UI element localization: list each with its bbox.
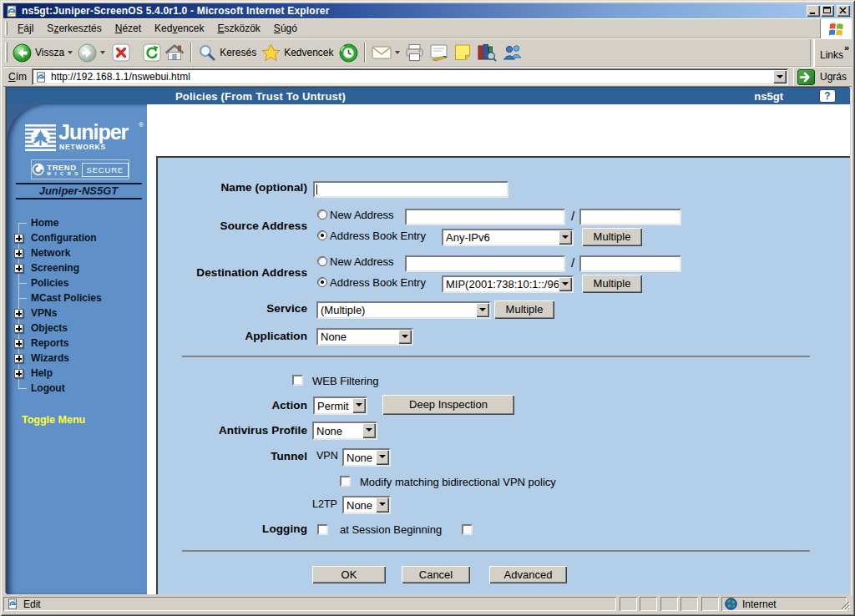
- antivirus-select[interactable]: None: [312, 422, 377, 440]
- address-input[interactable]: http://192.168.1.1/nswebui.html: [32, 68, 788, 85]
- sidebar-item-vpns[interactable]: VPNs: [7, 305, 147, 321]
- select-dropdown-icon[interactable]: [362, 423, 376, 438]
- modify-bidirectional-checkbox[interactable]: [340, 476, 351, 487]
- expand-plus-icon[interactable]: [14, 339, 23, 348]
- source-address-book-radio[interactable]: [317, 230, 327, 240]
- name-input[interactable]: [313, 181, 508, 198]
- sidebar-item-home[interactable]: Home: [7, 215, 147, 230]
- back-button[interactable]: Vissza: [10, 42, 75, 64]
- select-dropdown-icon[interactable]: [476, 303, 489, 317]
- sidebar-item-screening[interactable]: Screening: [7, 260, 147, 275]
- application-select[interactable]: None: [316, 328, 413, 346]
- home-button[interactable]: [162, 42, 187, 63]
- resize-grip[interactable]: [838, 598, 851, 611]
- service-select[interactable]: (Multiple): [316, 301, 491, 319]
- mail-button[interactable]: [369, 43, 402, 63]
- source-multiple-button[interactable]: Multiple: [582, 228, 642, 246]
- forward-button[interactable]: [75, 42, 108, 64]
- sidebar-item-wizards[interactable]: Wizards: [7, 351, 147, 366]
- go-label[interactable]: Ugrás: [820, 71, 847, 83]
- expand-plus-icon[interactable]: [14, 234, 23, 243]
- destination-address-book-select[interactable]: MIP(2001:738:10:1::/96): [442, 275, 574, 293]
- expand-plus-icon[interactable]: [14, 324, 23, 333]
- expand-plus-icon[interactable]: [14, 264, 23, 273]
- source-new-address-radio[interactable]: [317, 210, 327, 220]
- vpn-select[interactable]: None: [342, 448, 391, 467]
- source-new-address-radio-label[interactable]: New Address: [330, 209, 394, 221]
- history-button[interactable]: [336, 42, 361, 64]
- sidebar-item-help[interactable]: Help: [7, 366, 147, 381]
- menu-edit[interactable]: Szerkesztés: [40, 20, 108, 38]
- sidebar-item-mcast-policies[interactable]: MCast Policies: [7, 290, 147, 305]
- l2tp-select[interactable]: None: [342, 496, 391, 514]
- expand-plus-icon[interactable]: [14, 249, 23, 258]
- sidebar: Juniper ® NETWORKS TREND M I C R O SECUR…: [7, 104, 147, 594]
- advanced-button[interactable]: Advanced: [489, 566, 567, 583]
- maximize-button[interactable]: [821, 5, 834, 17]
- service-multiple-button[interactable]: Multiple: [494, 300, 554, 319]
- web-filtering-checkbox[interactable]: [292, 375, 303, 386]
- select-dropdown-icon[interactable]: [559, 230, 572, 245]
- messenger-button[interactable]: [499, 42, 525, 63]
- expand-plus-icon[interactable]: [14, 369, 23, 378]
- sidebar-item-objects[interactable]: Objects: [7, 321, 147, 336]
- help-button[interactable]: ?: [819, 89, 836, 103]
- forward-dropdown-icon[interactable]: [100, 51, 105, 54]
- stop-button[interactable]: [109, 42, 133, 63]
- source-address-book-select[interactable]: Any-IPv6: [442, 229, 574, 246]
- sidebar-item-policies[interactable]: Policies: [7, 275, 147, 290]
- expand-plus-icon[interactable]: [14, 354, 23, 363]
- favorites-button[interactable]: Kedvencek: [259, 42, 336, 63]
- close-button[interactable]: [837, 5, 850, 17]
- menu-favorites[interactable]: Kedvencek: [148, 20, 210, 38]
- print-button[interactable]: [402, 42, 427, 63]
- logging-checkbox[interactable]: [317, 524, 328, 535]
- refresh-button[interactable]: [140, 42, 164, 63]
- session-beginning-checkbox[interactable]: [462, 524, 473, 535]
- mail-dropdown-icon[interactable]: [395, 51, 400, 54]
- destination-multiple-button[interactable]: Multiple: [582, 275, 642, 293]
- destination-address-book-radio-label[interactable]: Address Book Entry: [330, 276, 426, 289]
- modify-bidirectional-label[interactable]: Modify matching bidirectional VPN policy: [360, 476, 556, 488]
- expand-plus-icon[interactable]: [14, 309, 23, 318]
- destination-address-book-radio[interactable]: [317, 277, 327, 287]
- session-beginning-label[interactable]: at Session Beginning: [340, 523, 442, 536]
- destination-new-address-radio[interactable]: [317, 256, 327, 266]
- toggle-menu-link[interactable]: Toggle Menu: [22, 414, 85, 426]
- back-dropdown-icon[interactable]: [68, 51, 73, 54]
- menu-view[interactable]: Nézet: [109, 20, 148, 38]
- destination-new-address-input[interactable]: [405, 255, 565, 272]
- menu-tools[interactable]: Eszközök: [210, 20, 266, 38]
- select-dropdown-icon[interactable]: [352, 398, 366, 413]
- sidebar-item-logout[interactable]: Logout: [7, 381, 147, 396]
- destination-netmask-input[interactable]: [579, 255, 681, 272]
- edit-button[interactable]: [427, 42, 451, 63]
- sidebar-item-reports[interactable]: Reports: [7, 336, 147, 351]
- select-dropdown-icon[interactable]: [376, 450, 389, 465]
- go-button[interactable]: [797, 69, 815, 85]
- address-dropdown-button[interactable]: [773, 70, 787, 83]
- source-address-book-radio-label[interactable]: Address Book Entry: [330, 230, 426, 242]
- select-dropdown-icon[interactable]: [376, 497, 389, 512]
- sidebar-item-network[interactable]: Network: [7, 245, 147, 260]
- web-page: Policies (From Trust To Untrust) ns5gt ?: [7, 88, 850, 594]
- destination-new-address-radio-label[interactable]: New Address: [330, 255, 394, 268]
- menu-file[interactable]: Fájl: [11, 20, 40, 38]
- action-select[interactable]: Permit: [313, 396, 367, 415]
- ok-button[interactable]: OK: [312, 566, 386, 583]
- select-dropdown-icon[interactable]: [398, 330, 412, 344]
- links-chevron-icon[interactable]: »: [844, 43, 849, 53]
- source-netmask-input[interactable]: [579, 209, 681, 225]
- cancel-button[interactable]: Cancel: [402, 566, 470, 583]
- select-dropdown-icon[interactable]: [559, 277, 572, 291]
- minimize-button[interactable]: [807, 5, 820, 17]
- deep-inspection-button[interactable]: Deep Inspection: [382, 395, 514, 415]
- web-filtering-label[interactable]: WEB Filtering: [312, 375, 378, 387]
- search-button[interactable]: Keresés: [195, 42, 259, 63]
- links-toolbar[interactable]: Links »: [813, 39, 852, 68]
- menu-help[interactable]: Súgó: [267, 20, 304, 38]
- discuss-button[interactable]: [451, 42, 474, 63]
- sidebar-item-configuration[interactable]: Configuration: [7, 230, 147, 245]
- source-new-address-input[interactable]: [405, 209, 565, 225]
- research-button[interactable]: [474, 42, 499, 63]
